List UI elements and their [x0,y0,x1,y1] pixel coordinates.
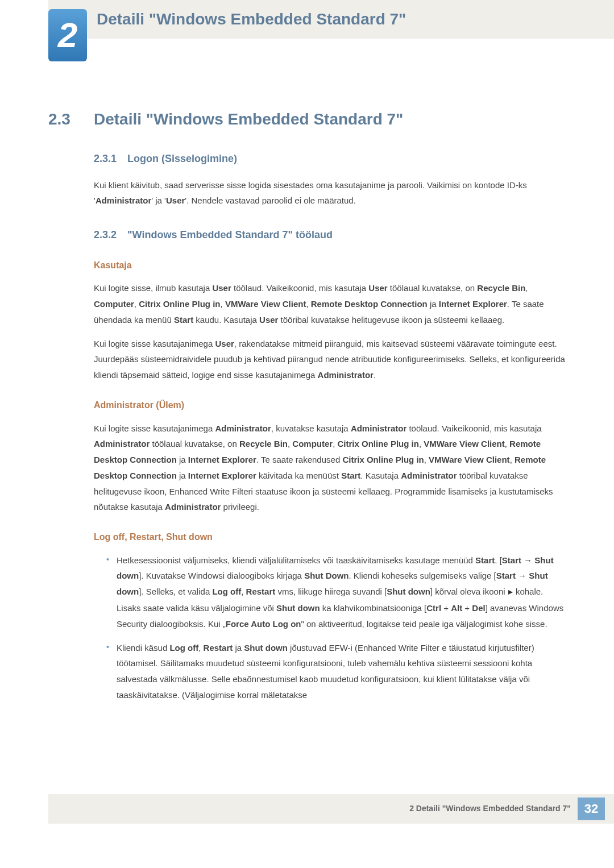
paragraph: Kui klient käivitub, saad serverisse sis… [94,177,566,209]
subsection-number: 2.3.2 [94,229,117,240]
chapter-number-box: 2 [48,9,87,61]
subsection-231: 2.3.1 Logon (Sisselogimine) Kui klient k… [94,151,566,209]
page-content: 2.3 Detaili "Windows Embedded Standard 7… [0,39,614,703]
footer-text: 2 Detaili "Windows Embedded Standard 7" [409,802,571,815]
play-icon [508,584,513,600]
subsection-232: 2.3.2 "Windows Embedded Standard 7" tööl… [94,227,566,703]
section-title: Detaili "Windows Embedded Standard 7" [94,107,403,132]
subsection-number: 2.3.1 [94,153,117,164]
list-item: Kliendi käsud Log off, Restart ja Shut d… [106,640,566,703]
sub-heading-administrator: Administrator (Ülem) [94,398,566,413]
section-heading-row: 2.3 Detaili "Windows Embedded Standard 7… [48,107,566,132]
subsection-title: "Windows Embedded Standard 7" töölaud [127,229,333,240]
paragraph: Kui logite sisse, ilmub kasutaja User tö… [94,280,566,327]
page-number: 32 [578,798,605,820]
paragraph: Kui logite sisse kasutajanimega User, ra… [94,336,566,383]
subsection-title: Logon (Sisselogimine) [127,153,237,164]
sub-heading-logoff: Log off, Restart, Shut down [94,530,566,545]
sub-heading-kasutaja: Kasutaja [94,258,566,273]
page-footer: 2 Detaili "Windows Embedded Standard 7" … [48,794,614,824]
bullet-list: Hetkesessioonist väljumiseks, kliendi vä… [94,553,566,703]
chapter-title: Detaili "Windows Embedded Standard 7" [97,7,406,32]
svg-marker-0 [508,590,513,595]
subsection-heading: 2.3.1 Logon (Sisselogimine) [94,151,566,167]
header-band: Detaili "Windows Embedded Standard 7" [48,0,614,39]
list-item: Hetkesessioonist väljumiseks, kliendi vä… [106,553,566,632]
paragraph: Kui logite sisse kasutajanimega Administ… [94,421,566,516]
section-number: 2.3 [48,107,94,132]
subsection-heading: 2.3.2 "Windows Embedded Standard 7" tööl… [94,227,566,243]
